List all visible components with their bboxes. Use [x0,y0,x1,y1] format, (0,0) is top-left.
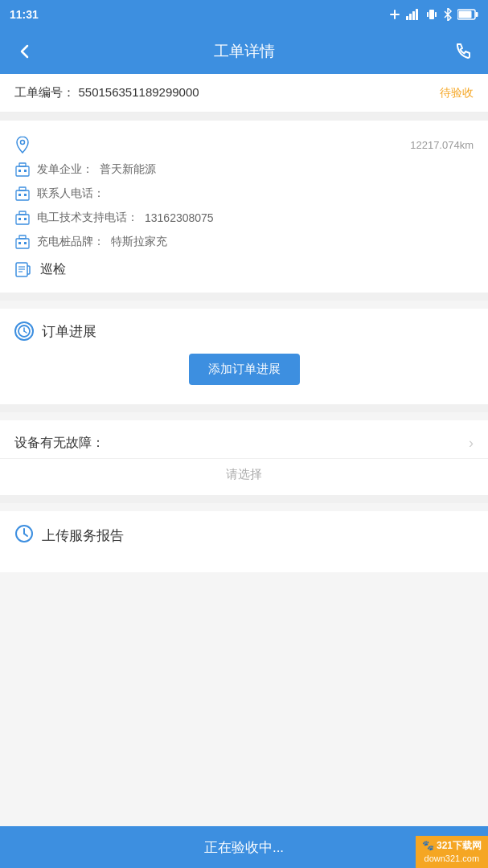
clock-icon [14,321,34,341]
svg-rect-21 [16,215,29,224]
electric-value: 13162308075 [145,211,214,224]
fault-label: 设备有无故障： [14,435,105,452]
charger-brand-icon [14,234,31,250]
battery-icon [457,9,478,20]
upload-title: 上传服务报告 [42,526,124,545]
svg-rect-17 [16,190,29,200]
svg-rect-27 [18,242,21,244]
svg-rect-5 [416,9,418,20]
company-row: 发单企业： 普天新能源 [14,158,474,182]
svg-rect-22 [19,211,26,215]
svg-rect-3 [409,14,412,20]
contact-row: 联系人电话： [14,182,474,206]
work-order-info: 工单编号： 550156351189299000 [14,85,199,100]
svg-rect-4 [412,11,415,20]
svg-line-38 [24,534,27,536]
type-label: 巡检 [40,261,66,278]
type-icon [14,260,32,278]
work-order-section: 工单编号： 550156351189299000 待验收 [0,74,488,113]
watermark-line1: 🐾 321下载网 [422,839,482,853]
spacer-3 [0,404,488,412]
svg-rect-24 [24,218,27,220]
svg-rect-16 [24,170,27,172]
fault-row[interactable]: 设备有无故障： › [0,420,488,459]
order-progress-title: 订单进展 [42,322,96,341]
svg-rect-25 [16,239,29,248]
add-progress-button[interactable]: 添加订单进展 [189,354,300,385]
order-progress-section: 订单进展 添加订单进展 [0,309,488,404]
wo-status: 待验收 [440,86,474,100]
svg-rect-2 [406,16,408,20]
svg-rect-19 [18,194,21,196]
svg-rect-18 [19,187,26,190]
charger-brand-label: 充电桩品牌： [37,235,105,249]
watermark: 🐾 321下载网 down321.com [416,836,488,868]
x-icon [388,8,401,21]
upload-header: 上传服务报告 [14,524,474,547]
location-icon [14,136,31,154]
back-button[interactable] [13,39,37,63]
company-label: 发单企业： [37,162,93,177]
company-icon [14,162,31,178]
svg-rect-15 [18,170,21,172]
svg-line-35 [24,331,27,333]
device-fault-section[interactable]: 设备有无故障： › 请选择 [0,420,488,495]
spacer-2 [0,293,488,301]
svg-rect-11 [459,11,472,18]
svg-rect-26 [19,235,26,239]
info-card: 12217.074km 发单企业： 普天新能源 联系人电话： [0,121,488,293]
electric-support-icon [14,210,31,226]
charger-brand-value: 特斯拉家充 [111,235,167,249]
status-icons [388,8,478,21]
svg-rect-14 [19,163,26,166]
electric-support-row: 电工技术支持电话： 13162308075 [14,206,474,230]
order-progress-header: 订单进展 [14,321,474,341]
wo-number: 550156351189299000 [78,85,199,99]
distance: 12217.074km [410,139,474,151]
contact-label: 联系人电话： [37,186,105,201]
svg-rect-10 [476,12,478,17]
spacer-1 [0,113,488,121]
signal-icon [406,9,420,20]
vibrate-icon [425,8,438,21]
phone-button[interactable] [451,39,475,63]
fault-chevron-icon: › [469,435,474,452]
svg-rect-23 [18,218,21,220]
header: 工单详情 [0,29,488,74]
electric-label: 电工技术支持电话： [37,211,138,225]
company-value: 普天新能源 [100,162,156,177]
svg-rect-7 [427,12,429,17]
type-row: 巡检 [14,254,474,281]
svg-rect-28 [24,242,27,244]
svg-rect-8 [435,12,437,17]
page-title: 工单详情 [214,41,275,62]
svg-rect-6 [429,10,434,19]
status-time: 11:31 [10,8,39,21]
contact-icon [14,186,31,202]
bottom-bar-text: 正在验收中... [204,838,284,857]
svg-point-12 [21,141,25,145]
watermark-line2: down321.com [424,853,480,865]
status-bar: 11:31 [0,0,488,29]
clock-icon-2 [14,524,34,547]
svg-rect-20 [24,194,27,196]
upload-report-section: 上传服务报告 [0,511,488,572]
svg-rect-13 [16,166,29,176]
location-row: 12217.074km [14,132,474,158]
bottom-spacer [0,572,488,620]
charger-brand-row: 充电桩品牌： 特斯拉家充 [14,230,474,254]
spacer-4 [0,495,488,503]
bluetooth-icon [443,8,453,21]
wo-label: 工单编号： [14,85,75,99]
fault-select-placeholder[interactable]: 请选择 [0,459,488,495]
svg-rect-1 [394,10,396,19]
